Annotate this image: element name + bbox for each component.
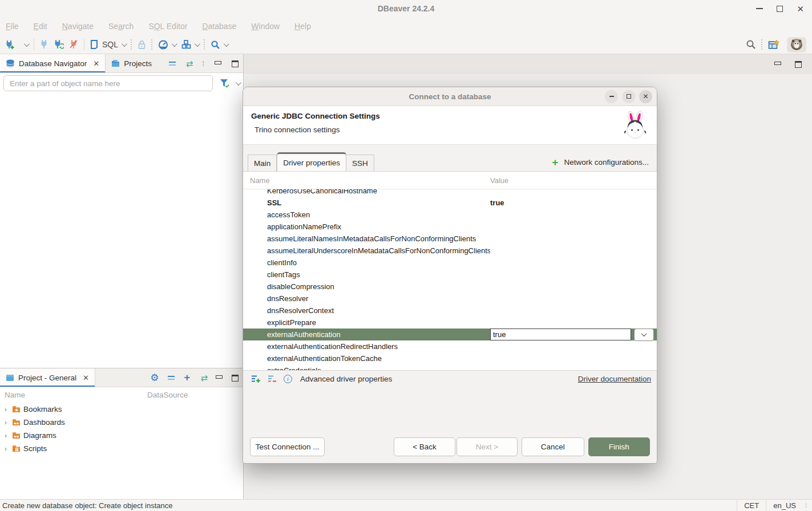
reconnect-icon[interactable] (54, 40, 64, 49)
tree-item-dashboards[interactable]: ›Dashboards (0, 416, 243, 429)
driver-dropdown-icon[interactable] (195, 41, 200, 47)
expand-all-icon[interactable] (184, 374, 191, 382)
dialog-close-icon[interactable]: ✕ (639, 90, 652, 103)
filter-settings-icon[interactable] (220, 79, 230, 88)
table-row[interactable]: externalAuthenticationTokenCache (243, 352, 657, 364)
tree-item-scripts[interactable]: ›Scripts (0, 442, 243, 455)
tab-project-general[interactable]: Project - General ✕ (0, 368, 95, 387)
table-row[interactable]: dnsResolverContext (243, 305, 657, 317)
navigator-tree-body[interactable] (0, 94, 243, 368)
tab-database-navigator[interactable]: Database Navigator ✕ (0, 54, 106, 72)
collapse-all-icon[interactable] (169, 62, 176, 66)
chevron-right-icon[interactable]: › (2, 444, 9, 453)
disconnect-icon[interactable] (70, 40, 78, 49)
table-row[interactable]: applicationNamePrefix (243, 221, 657, 233)
menu-sql-editor[interactable]: SQL Editor (148, 22, 187, 31)
table-row[interactable]: disableCompression (243, 281, 657, 293)
dialog-tab-driver-properties[interactable]: Driver properties (277, 152, 346, 171)
menu-help[interactable]: Help (294, 22, 311, 31)
table-row[interactable]: explicitPrepare (243, 317, 657, 328)
chevron-right-icon[interactable]: › (2, 431, 9, 440)
menu-file[interactable]: File (6, 22, 19, 31)
menu-navigate[interactable]: Navigate (62, 22, 94, 31)
table-row[interactable]: clientInfo (243, 257, 657, 269)
timezone-indicator[interactable]: CET (737, 500, 766, 511)
add-property-icon[interactable] (251, 375, 261, 383)
tree-item-bookmarks[interactable]: ›★Bookmarks (0, 403, 243, 416)
back-button[interactable]: < Back (394, 437, 455, 456)
link-with-editor-icon[interactable]: ⇄ (186, 59, 192, 69)
panel-maximize-icon[interactable] (232, 60, 239, 67)
table-row[interactable]: extraCredentials (243, 364, 657, 370)
locale-indicator[interactable]: en_US (766, 500, 803, 511)
column-value[interactable]: Value (490, 176, 508, 185)
tab-close-icon[interactable]: ✕ (93, 59, 99, 68)
lock-icon[interactable] (138, 40, 146, 50)
table-row[interactable]: externalAuthentication (243, 328, 657, 340)
dialog-tab-main[interactable]: Main (248, 155, 277, 171)
driver-manager-icon[interactable] (181, 40, 191, 49)
menu-database[interactable]: Database (202, 22, 236, 31)
sql-editor-icon[interactable] (90, 39, 99, 50)
perspective-icon[interactable] (768, 39, 780, 50)
editor-maximize-icon[interactable] (795, 61, 802, 68)
panel-minimize-icon[interactable] (216, 375, 223, 379)
table-row[interactable]: KerberosUseCanonicalHostname (243, 189, 657, 197)
value-dropdown-button[interactable] (634, 328, 654, 341)
table-row[interactable]: clientTags (243, 269, 657, 281)
connect-icon[interactable] (40, 40, 48, 49)
sql-editor-dropdown-icon[interactable] (122, 41, 127, 47)
new-connection-dropdown-icon[interactable] (24, 41, 30, 47)
dashboard-dropdown-icon[interactable] (172, 41, 177, 47)
table-row[interactable]: SSLtrue (243, 197, 657, 209)
test-connection-button[interactable]: Test Connection ... (250, 437, 325, 456)
panel-maximize-icon[interactable] (232, 375, 239, 382)
table-row[interactable]: assumeLiteralUnderscoreInMetadataCallsFo… (243, 245, 657, 257)
new-connection-icon[interactable] (5, 40, 15, 50)
filter-dropdown-icon[interactable] (236, 80, 241, 86)
object-filter-input[interactable] (3, 75, 213, 91)
table-row[interactable]: dnsResolver (243, 293, 657, 305)
sql-editor-label[interactable]: SQL (102, 40, 118, 49)
chevron-right-icon[interactable]: › (2, 418, 9, 427)
network-configurations-button[interactable]: + Network configurations... (552, 158, 649, 167)
link-with-editor-icon[interactable]: ⇄ (200, 373, 207, 383)
table-row[interactable]: assumeLiteralNamesInMetadataCallsForNonC… (243, 233, 657, 245)
column-datasource[interactable]: DataSource (147, 391, 188, 399)
dbeaver-avatar-button[interactable] (787, 37, 806, 52)
window-close-icon[interactable]: ✕ (797, 5, 804, 13)
dialog-maximize-icon[interactable] (622, 90, 635, 103)
table-row[interactable]: accessToken (243, 209, 657, 221)
menu-edit[interactable]: Edit (34, 22, 47, 31)
editor-minimize-icon[interactable] (774, 62, 781, 65)
column-name[interactable]: Name (0, 391, 147, 399)
view-menu-icon[interactable]: ⁞ (202, 61, 204, 67)
table-rows-viewport[interactable]: KerberosUseCanonicalHostnameSSLtrueacces… (243, 189, 657, 370)
window-minimize-icon[interactable] (756, 8, 763, 9)
remove-property-icon[interactable] (268, 375, 277, 383)
dialog-titlebar[interactable]: Connect to a database ✕ (243, 87, 657, 106)
tab-close-icon[interactable]: ✕ (83, 374, 89, 382)
tree-item-diagrams[interactable]: ›Diagrams (0, 429, 243, 442)
table-row[interactable]: externalAuthenticationRedirectHandlers (243, 340, 657, 352)
gear-icon[interactable]: ⚙ (150, 372, 159, 384)
column-name[interactable]: Name (243, 176, 490, 185)
menu-search[interactable]: Search (108, 22, 134, 31)
collapse-all-icon[interactable] (168, 376, 175, 380)
toolbar-search-icon[interactable] (211, 40, 220, 50)
finish-button[interactable]: Finish (588, 437, 650, 456)
driver-documentation-link[interactable]: Driver documentation (578, 375, 651, 383)
window-maximize-icon[interactable] (777, 6, 783, 12)
search-dropdown-icon[interactable] (224, 41, 229, 47)
tab-projects[interactable]: Projects (106, 54, 157, 72)
dashboard-gauge-icon[interactable] (158, 40, 168, 50)
property-value-input[interactable] (490, 328, 631, 340)
chevron-right-icon[interactable]: › (2, 405, 9, 413)
next-button[interactable]: Next > (457, 437, 518, 456)
menu-window[interactable]: Window (251, 22, 280, 31)
dialog-tab-ssh[interactable]: SSH (346, 155, 374, 171)
dialog-minimize-icon[interactable] (605, 90, 618, 103)
panel-minimize-icon[interactable] (215, 61, 221, 64)
global-search-icon[interactable] (746, 39, 756, 50)
cancel-button[interactable]: Cancel (522, 437, 584, 456)
